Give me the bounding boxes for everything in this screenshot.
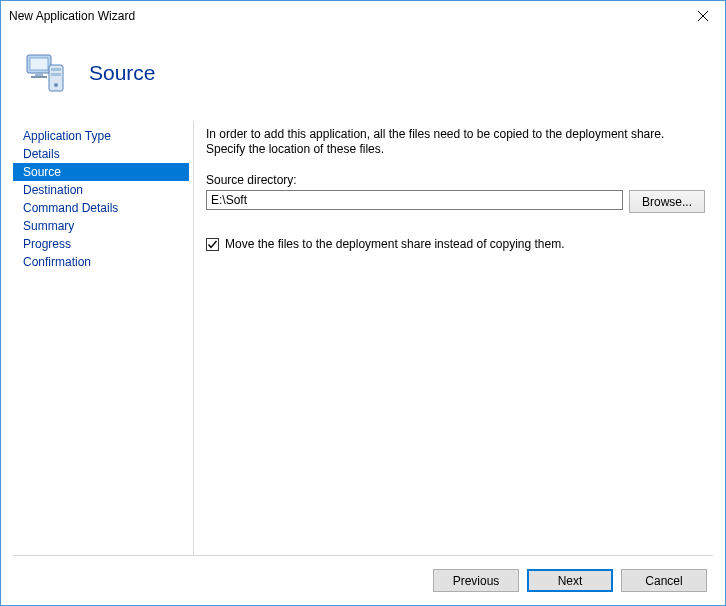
wizard-window: New Application Wizard Source Ap [0,0,726,606]
sidebar-item-confirmation[interactable]: Confirmation [13,253,189,271]
sidebar-item-progress[interactable]: Progress [13,235,189,253]
sidebar-item-application-type[interactable]: Application Type [13,127,189,145]
checkmark-icon [207,239,218,250]
sidebar-item-summary[interactable]: Summary [13,217,189,235]
source-directory-label: Source directory: [206,173,705,187]
sidebar-item-details[interactable]: Details [13,145,189,163]
sidebar-item-destination[interactable]: Destination [13,181,189,199]
instruction-text: In order to add this application, all th… [206,127,705,157]
source-directory-input[interactable] [206,190,623,210]
browse-button[interactable]: Browse... [629,190,705,213]
main-pane: In order to add this application, all th… [193,121,713,555]
next-button[interactable]: Next [527,569,613,592]
previous-button[interactable]: Previous [433,569,519,592]
wizard-footer: Previous Next Cancel [13,555,713,605]
svg-rect-5 [31,76,47,78]
svg-rect-4 [35,73,43,76]
sidebar-item-command-details[interactable]: Command Details [13,199,189,217]
move-files-label: Move the files to the deployment share i… [225,237,565,251]
content-area: Application Type Details Source Destinat… [1,121,725,555]
svg-point-9 [54,83,58,87]
wizard-icon [21,49,69,97]
title-bar: New Application Wizard [1,1,725,31]
move-files-checkbox[interactable] [206,238,219,251]
wizard-header: Source [1,31,725,121]
computer-icon [21,49,69,97]
window-title: New Application Wizard [9,9,680,23]
sidebar-item-source[interactable]: Source [13,163,189,181]
source-directory-row: Browse... [206,190,705,213]
move-files-row: Move the files to the deployment share i… [206,237,705,251]
close-button[interactable] [680,2,725,31]
close-icon [698,11,708,21]
wizard-sidebar: Application Type Details Source Destinat… [13,121,189,555]
svg-rect-3 [30,58,48,70]
svg-rect-7 [51,68,61,71]
svg-rect-8 [51,73,61,76]
cancel-button[interactable]: Cancel [621,569,707,592]
page-title: Source [89,61,156,85]
